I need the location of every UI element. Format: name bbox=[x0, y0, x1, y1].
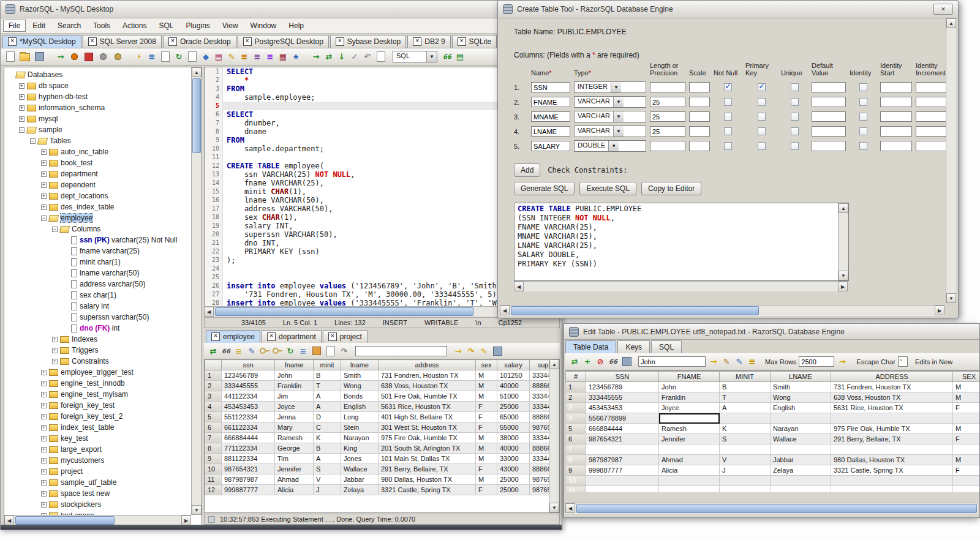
row-marker-green[interactable]: 7 bbox=[566, 444, 586, 455]
row-number[interactable]: 7 bbox=[205, 433, 222, 443]
edit-window-titlebar[interactable]: Edit Table - PUBLIC.EMPLOYEE utf8_notepa… bbox=[564, 324, 979, 340]
copy-to-editor-button[interactable]: Copy to Editor bbox=[641, 182, 701, 195]
cell[interactable]: 65000 bbox=[497, 412, 530, 422]
scrollbar-track[interactable] bbox=[575, 503, 978, 514]
cell[interactable]: 301 West St. Houston TX bbox=[379, 422, 476, 433]
column-type-dropdown[interactable]: VARCHAR▼ bbox=[574, 126, 646, 137]
unique-checkbox[interactable] bbox=[791, 142, 799, 150]
save-edits-icon[interactable] bbox=[622, 357, 631, 366]
cell[interactable]: 999887777 bbox=[222, 485, 275, 495]
column-header-[interactable]: # bbox=[566, 372, 586, 382]
identity-checkbox[interactable] bbox=[859, 142, 867, 150]
cell[interactable]: 975 Fire Oak, Humble TX bbox=[379, 433, 476, 443]
tree-item-indexes[interactable]: +Indexes bbox=[4, 334, 191, 345]
results-vertical-scrollbar[interactable]: ▲ ▼ bbox=[549, 359, 559, 512]
cell[interactable]: M bbox=[476, 454, 497, 464]
scrollbar-track[interactable] bbox=[510, 306, 935, 316]
tree-item-superssn-varchar-50[interactable]: superssn varchar(50) bbox=[4, 312, 191, 323]
identity-checkbox[interactable] bbox=[859, 98, 867, 106]
keys-icon[interactable] bbox=[272, 345, 283, 356]
column-header-fname[interactable]: FNAME bbox=[659, 372, 720, 382]
preview-horizontal-scrollbar[interactable]: ◀ ▶ bbox=[514, 281, 848, 291]
expander-plus-icon[interactable]: + bbox=[41, 171, 47, 177]
tab-close-icon[interactable]: ✕ bbox=[168, 37, 177, 46]
column-header-sex[interactable]: SEX bbox=[953, 372, 980, 382]
cell[interactable]: M bbox=[953, 382, 980, 392]
row-number[interactable]: 11 bbox=[205, 474, 222, 485]
tree-item-auto-inc-table[interactable]: +auto_inc_table bbox=[4, 146, 191, 157]
scroll-down-icon[interactable]: ▼ bbox=[839, 271, 848, 280]
results-window-icon[interactable] bbox=[377, 51, 385, 62]
cell[interactable]: B bbox=[720, 382, 771, 392]
cell[interactable]: M bbox=[476, 474, 497, 485]
column-type-dropdown[interactable]: DOUBLE▼ bbox=[574, 140, 646, 152]
cell[interactable]: 51000 bbox=[497, 391, 530, 402]
row-marker-blue[interactable]: 8 bbox=[566, 455, 586, 465]
new-file-icon[interactable] bbox=[6, 51, 15, 62]
menu-tools[interactable]: Tools bbox=[88, 20, 116, 32]
not-null-checkbox[interactable] bbox=[724, 98, 732, 106]
cell[interactable]: F bbox=[476, 464, 497, 474]
tab-close-icon[interactable]: ✕ bbox=[328, 332, 337, 341]
cell[interactable]: 661122334 bbox=[222, 422, 275, 433]
primary-key-checkbox[interactable] bbox=[758, 142, 766, 150]
cell[interactable]: D bbox=[314, 412, 341, 422]
expander-minus-icon[interactable]: − bbox=[52, 227, 58, 232]
cell[interactable] bbox=[953, 444, 980, 455]
scroll-right-icon[interactable]: ▶ bbox=[838, 282, 848, 291]
column-name-input[interactable] bbox=[531, 126, 570, 137]
expander-plus-icon[interactable]: + bbox=[41, 193, 47, 199]
row-number[interactable]: 5 bbox=[205, 412, 222, 422]
cell[interactable]: 453453453 bbox=[586, 403, 659, 413]
fetch-next-icon[interactable]: ↓ bbox=[336, 51, 347, 62]
cell[interactable]: Wong bbox=[771, 392, 831, 403]
cell[interactable]: 40000 bbox=[497, 381, 530, 391]
cell[interactable]: Long bbox=[341, 412, 379, 422]
save-results-icon[interactable] bbox=[493, 347, 502, 356]
cell[interactable]: 881122334 bbox=[222, 454, 275, 464]
default-value-input[interactable] bbox=[812, 111, 846, 122]
scale-input[interactable] bbox=[689, 126, 710, 137]
rollback-icon[interactable]: ↶ bbox=[362, 51, 373, 62]
refresh-results-icon[interactable]: ⇄ bbox=[208, 345, 219, 356]
execute-sql-icon[interactable]: ⚡ bbox=[134, 51, 145, 62]
connection-tab-mysql-desktop[interactable]: ✕*MySQL Desktop bbox=[2, 35, 81, 48]
cell[interactable]: English bbox=[341, 402, 379, 412]
column-name-input[interactable] bbox=[531, 111, 570, 122]
cell[interactable]: Jennifer bbox=[275, 464, 314, 474]
cell[interactable]: M bbox=[953, 424, 980, 434]
menu-actions[interactable]: Actions bbox=[117, 20, 152, 32]
cell[interactable]: 638 Voss, Houston TX bbox=[379, 381, 476, 391]
go-search-icon[interactable]: → bbox=[708, 356, 719, 367]
cell[interactable]: 771122334 bbox=[222, 443, 275, 454]
tab-close-icon[interactable]: ✕ bbox=[267, 332, 276, 341]
scroll-left-icon[interactable]: ◀ bbox=[500, 306, 510, 315]
view-record-icon[interactable]: 66 bbox=[608, 356, 619, 367]
default-value-input[interactable] bbox=[812, 82, 846, 92]
comment-sql-icon[interactable]: ≡ bbox=[265, 51, 276, 62]
scroll-left-icon[interactable]: ◀ bbox=[4, 516, 14, 525]
cell[interactable]: T bbox=[314, 381, 341, 391]
tree-item-lname-varchar-50[interactable]: lname varchar(50) bbox=[4, 268, 191, 279]
row-number[interactable]: 12 bbox=[205, 485, 222, 495]
primary-key-checkbox[interactable] bbox=[758, 98, 766, 106]
cell[interactable]: M bbox=[476, 381, 497, 391]
tree-item-engine-test-innodb[interactable]: +engine_test_innodb bbox=[4, 378, 191, 389]
scale-input[interactable] bbox=[689, 82, 710, 92]
scroll-up-icon[interactable]: ▲ bbox=[946, 18, 956, 28]
cell[interactable]: Joyce bbox=[659, 403, 720, 413]
cell[interactable]: 987987987 bbox=[586, 455, 659, 465]
cell[interactable]: 501 Fire Oak, Humble TX bbox=[379, 391, 476, 402]
tree-horizontal-scrollbar[interactable]: ◀ ▶ bbox=[4, 515, 191, 525]
cell[interactable]: 551122334 bbox=[222, 412, 275, 422]
cell[interactable]: Alicia bbox=[659, 465, 720, 476]
expander-plus-icon[interactable]: + bbox=[52, 359, 58, 364]
chevron-down-icon[interactable]: ▼ bbox=[613, 97, 624, 107]
expander-plus-icon[interactable]: + bbox=[19, 105, 24, 111]
cell[interactable]: 666884444 bbox=[586, 424, 659, 434]
cell[interactable]: Franklin bbox=[275, 381, 314, 391]
tab-close-icon[interactable]: ✕ bbox=[88, 37, 97, 46]
expander-plus-icon[interactable]: + bbox=[41, 370, 47, 375]
unique-checkbox[interactable] bbox=[791, 98, 799, 106]
cell[interactable]: Jones bbox=[341, 454, 379, 464]
